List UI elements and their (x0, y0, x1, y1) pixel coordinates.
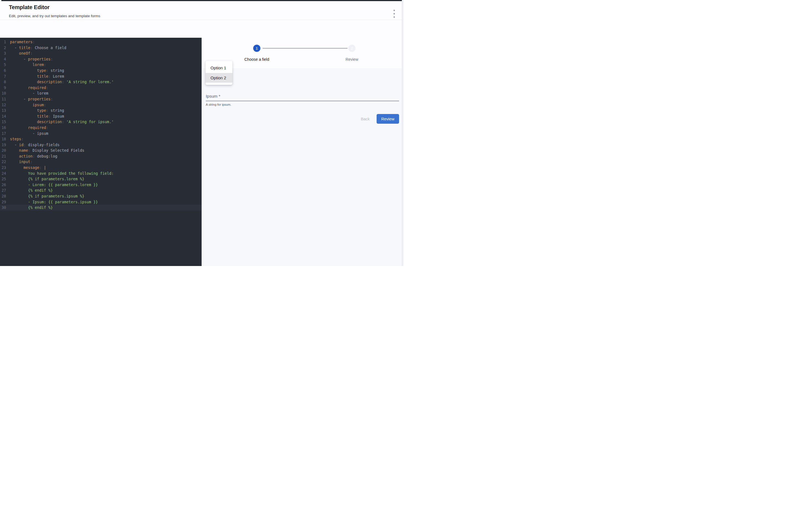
code-line-7: 7 title: Lorem (0, 74, 201, 79)
code-text: {% if parameters.ipsum %} (10, 193, 84, 199)
line-number: 10 (0, 91, 6, 96)
page-subtitle: Edit, preview, and try out templates and… (9, 14, 100, 18)
line-number: 17 (0, 131, 6, 136)
code-line-23: 23 message: | (0, 165, 201, 171)
code-text: {% endif %} (10, 188, 53, 193)
step-1-label: Choose a field (232, 57, 282, 61)
code-line-25: 25 {% if parameters.lorem %} (0, 176, 201, 182)
code-line-6: 6 type: string (0, 68, 201, 74)
menu-option-2[interactable]: Option 2 (206, 73, 232, 83)
review-button[interactable]: Review (377, 114, 399, 124)
line-number: 5 (0, 62, 6, 68)
line-number: 4 (0, 56, 6, 62)
code-line-20: 20 name: Display Selected Fields (0, 148, 201, 153)
ipsum-field-label: Ipsum * (206, 94, 220, 99)
code-line-14: 14 title: Ipsum (0, 113, 201, 119)
code-line-2: 2 - title: Choose a field (0, 45, 201, 51)
code-line-21: 21 action: debug:log (0, 153, 201, 159)
code-text: oneOf: (10, 51, 33, 56)
line-number: 29 (0, 199, 6, 205)
line-number: 26 (0, 182, 6, 188)
line-number: 20 (0, 148, 6, 153)
line-number: 21 (0, 153, 6, 159)
code-line-13: 13 type: string (0, 108, 201, 113)
menu-option-1[interactable]: Option 1 (206, 63, 232, 73)
line-number: 1 (0, 39, 6, 45)
code-text: - properties: (10, 56, 53, 62)
code-text: - id: display-fields (10, 142, 60, 148)
code-line-3: 3 oneOf: (0, 51, 201, 56)
code-line-16: 16 required: (0, 125, 201, 131)
line-number: 2 (0, 45, 6, 51)
code-line-28: 28 {% if parameters.ipsum %} (0, 193, 201, 199)
code-text: name: Display Selected Fields (10, 148, 84, 153)
code-text: description: 'A string for lorem.' (10, 79, 114, 85)
code-text: - properties: (10, 96, 53, 102)
line-number: 25 (0, 176, 6, 182)
code-text: title: Lorem (10, 74, 64, 79)
code-lines: 1parameters:2 - title: Choose a field3 o… (0, 39, 201, 210)
line-number: 6 (0, 68, 6, 74)
template-loader-section: Load Existing Template Example Template (0, 20, 402, 38)
code-text: steps: (10, 136, 23, 142)
back-button[interactable]: Back (357, 114, 374, 124)
line-number: 9 (0, 85, 6, 91)
code-text: type: string (10, 68, 64, 74)
code-line-4: 4 - properties: (0, 56, 201, 62)
step-1-number: 1 (256, 46, 258, 51)
code-line-11: 11 - properties: (0, 96, 201, 102)
yaml-code-editor[interactable]: 1parameters:2 - title: Choose a field3 o… (0, 38, 201, 266)
step-2-indicator: 2 (348, 45, 356, 52)
code-text: ipsum: (10, 102, 46, 108)
code-line-12: 12 ipsum: (0, 102, 201, 108)
kebab-menu-icon (391, 10, 397, 18)
line-number: 13 (0, 108, 6, 113)
line-number: 23 (0, 165, 6, 171)
code-text: action: debug:log (10, 153, 57, 159)
page-title: Template Editor (9, 4, 50, 11)
code-text: {% if parameters.lorem %} (10, 176, 84, 182)
code-line-15: 15 description: 'A string for ipsum.' (0, 119, 201, 125)
code-text: - Ipsum: {{ parameters.ipsum }} (10, 199, 98, 205)
line-number: 8 (0, 79, 6, 85)
line-number: 22 (0, 159, 6, 165)
line-number: 12 (0, 102, 6, 108)
code-text: - ipsum (10, 131, 48, 136)
code-line-9: 9 required: (0, 85, 201, 91)
code-line-26: 26 - Lorem: {{ parameters.lorem }} (0, 182, 201, 188)
step-1-indicator: 1 (253, 45, 261, 52)
line-number: 30 (0, 205, 6, 210)
line-number: 11 (0, 96, 6, 102)
code-text: - lorem (10, 91, 48, 96)
scrollbar-track[interactable] (402, 0, 404, 266)
code-text: {% endif %} (10, 205, 53, 210)
line-number: 27 (0, 188, 6, 193)
code-text: lorem: (10, 62, 46, 68)
code-text: parameters: (10, 39, 35, 45)
code-text: title: Ipsum (10, 113, 64, 119)
code-line-10: 10 - lorem (0, 91, 201, 96)
code-line-30: 30 {% endif %} (0, 205, 201, 210)
code-line-19: 19 - id: display-fields (0, 142, 201, 148)
code-text: - Lorem: {{ parameters.lorem }} (10, 182, 98, 188)
ipsum-text-input[interactable] (206, 92, 399, 101)
line-number: 24 (0, 171, 6, 176)
page-header: Template Editor Edit, preview, and try o… (0, 1, 402, 20)
code-text: - title: Choose a field (10, 45, 66, 51)
more-options-button[interactable] (391, 7, 397, 19)
code-text: type: string (10, 108, 64, 113)
code-line-1: 1parameters: (0, 39, 201, 45)
step-2-number: 2 (351, 46, 353, 51)
code-line-22: 22 input: (0, 159, 201, 165)
code-text: message: | (10, 165, 46, 171)
code-text: required: (10, 85, 48, 91)
line-number: 16 (0, 125, 6, 131)
line-number: 15 (0, 119, 6, 125)
code-text: input: (10, 159, 33, 165)
code-line-18: 18steps: (0, 136, 201, 142)
code-line-8: 8 description: 'A string for lorem.' (0, 79, 201, 85)
line-number: 14 (0, 113, 6, 119)
line-number: 7 (0, 74, 6, 79)
ipsum-field-helper-text: A string for ipsum. (206, 103, 231, 106)
code-line-17: 17 - ipsum (0, 131, 201, 136)
